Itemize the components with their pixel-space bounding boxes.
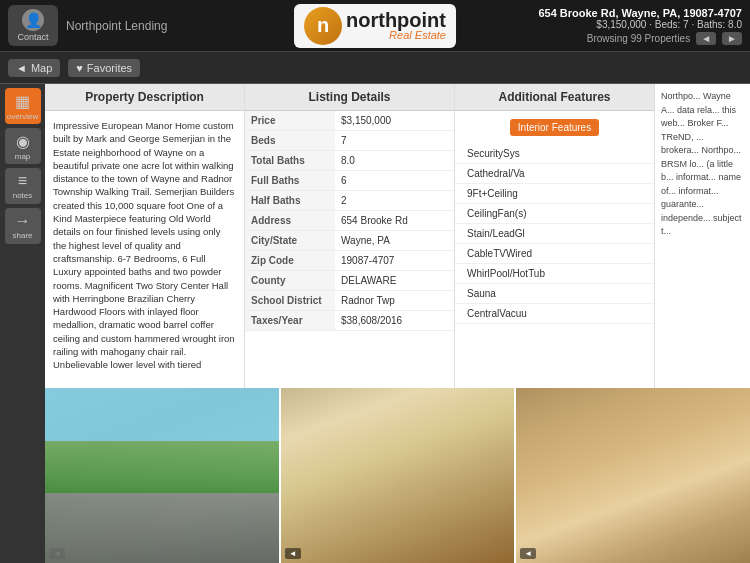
company-name: Northpoint Lending xyxy=(66,19,167,33)
prev-button[interactable]: ◄ xyxy=(696,32,716,45)
map-icon: ◄ xyxy=(16,62,27,74)
detail-label: City/State xyxy=(245,231,335,250)
browsing-text: Browsing 99 Properties xyxy=(587,33,690,44)
listing-detail-row: Half Baths 2 xyxy=(245,191,454,211)
photo-thumb-1[interactable]: ◄ xyxy=(45,388,279,563)
listing-detail-row: County DELAWARE xyxy=(245,271,454,291)
map-sidebar-label: map xyxy=(15,152,31,161)
contact-label: Contact xyxy=(17,32,48,42)
heart-icon: ♥ xyxy=(76,62,83,74)
detail-value: 654 Brooke Rd xyxy=(335,211,454,230)
detail-value: Wayne, PA xyxy=(335,231,454,250)
listing-detail-row: Address 654 Brooke Rd xyxy=(245,211,454,231)
detail-value: 8.0 xyxy=(335,151,454,170)
detail-label: Taxes/Year xyxy=(245,311,335,330)
listing-detail-row: Taxes/Year $38,608/2016 xyxy=(245,311,454,331)
next-button[interactable]: ► xyxy=(722,32,742,45)
detail-label: Full Baths xyxy=(245,171,335,190)
detail-value: 2 xyxy=(335,191,454,210)
logo-area: n northpoint Real Estate xyxy=(294,4,456,48)
sidebar-item-notes[interactable]: ≡ notes xyxy=(5,168,41,204)
photo-2-label: ◄ xyxy=(285,548,301,559)
photos-section: ◄ ◄ ◄ xyxy=(45,388,750,563)
detail-value: 7 xyxy=(335,131,454,150)
share-label: share xyxy=(12,231,32,240)
detail-label: Half Baths xyxy=(245,191,335,210)
contact-button[interactable]: 👤 Contact xyxy=(8,5,58,46)
feature-item: WhirlPool/HotTub xyxy=(455,264,654,284)
property-description-header: Property Description xyxy=(45,84,244,111)
detail-label: Beds xyxy=(245,131,335,150)
map-button[interactable]: ◄ Map xyxy=(8,59,60,77)
photo-thumb-3[interactable]: ◄ xyxy=(516,388,750,563)
sidebar-item-overview[interactable]: ▦ overview xyxy=(5,88,41,124)
favorites-label: Favorites xyxy=(87,62,132,74)
contact-avatar: 👤 xyxy=(22,9,44,31)
overview-label: overview xyxy=(7,112,39,121)
detail-label: Address xyxy=(245,211,335,230)
app-header: 👤 Contact Northpoint Lending n northpoin… xyxy=(0,0,750,52)
detail-label: Zip Code xyxy=(245,251,335,270)
header-property-info: 654 Brooke Rd, Wayne, PA, 19087-4707 $3,… xyxy=(538,7,742,45)
features-list: SecuritySysCathedral/Va9Ft+CeilingCeilin… xyxy=(455,144,654,324)
feature-item: Cathedral/Va xyxy=(455,164,654,184)
feature-item: CeilingFan(s) xyxy=(455,204,654,224)
photo-thumb-2[interactable]: ◄ xyxy=(281,388,515,563)
feature-item: 9Ft+Ceiling xyxy=(455,184,654,204)
feature-item: Sauna xyxy=(455,284,654,304)
detail-value: DELAWARE xyxy=(335,271,454,290)
detail-label: Price xyxy=(245,111,335,130)
photo-3-label: ◄ xyxy=(520,548,536,559)
logo-brand-name: northpoint xyxy=(346,10,446,30)
listing-detail-row: Zip Code 19087-4707 xyxy=(245,251,454,271)
detail-value: 6 xyxy=(335,171,454,190)
property-address: 654 Brooke Rd, Wayne, PA, 19087-4707 xyxy=(538,7,742,19)
detail-value: $38,608/2016 xyxy=(335,311,454,330)
feature-item: CentralVacuu xyxy=(455,304,654,324)
listing-detail-row: Total Baths 8.0 xyxy=(245,151,454,171)
favorites-button[interactable]: ♥ Favorites xyxy=(68,59,140,77)
feature-item: SecuritySys xyxy=(455,144,654,164)
map-label: Map xyxy=(31,62,52,74)
feature-item: Stain/LeadGl xyxy=(455,224,654,244)
interior-features-button[interactable]: Interior Features xyxy=(510,119,599,136)
detail-label: County xyxy=(245,271,335,290)
listing-detail-row: City/State Wayne, PA xyxy=(245,231,454,251)
detail-value: $3,150,000 xyxy=(335,111,454,130)
detail-label: Total Baths xyxy=(245,151,335,170)
logo-sub-text: Real Estate xyxy=(346,30,446,41)
listing-detail-row: Price $3,150,000 xyxy=(245,111,454,131)
left-sidebar: ▦ overview ◉ map ≡ notes → share xyxy=(0,84,45,563)
property-details: $3,150,000 · Beds: 7 · Baths: 8.0 xyxy=(596,19,742,30)
detail-label: School District xyxy=(245,291,335,310)
logo-icon: n xyxy=(304,7,342,45)
overview-icon: ▦ xyxy=(15,92,30,111)
detail-value: 19087-4707 xyxy=(335,251,454,270)
detail-value: Radnor Twp xyxy=(335,291,454,310)
navigation-bar: ◄ Map ♥ Favorites xyxy=(0,52,750,84)
notes-icon: ≡ xyxy=(18,172,27,190)
sidebar-item-map[interactable]: ◉ map xyxy=(5,128,41,164)
additional-features-header: Additional Features xyxy=(455,84,654,111)
listing-detail-row: Beds 7 xyxy=(245,131,454,151)
listing-detail-row: Full Baths 6 xyxy=(245,171,454,191)
map-sidebar-icon: ◉ xyxy=(16,132,30,151)
listing-details-header: Listing Details xyxy=(245,84,454,111)
share-icon: → xyxy=(15,212,31,230)
right-panel-text: Northpo... Wayne A... data rela... this … xyxy=(661,90,744,239)
notes-label: notes xyxy=(13,191,33,200)
sidebar-item-share[interactable]: → share xyxy=(5,208,41,244)
listing-detail-row: School District Radnor Twp xyxy=(245,291,454,311)
listing-details-rows: Price $3,150,000 Beds 7 Total Baths 8.0 … xyxy=(245,111,454,331)
feature-item: CableTVWired xyxy=(455,244,654,264)
